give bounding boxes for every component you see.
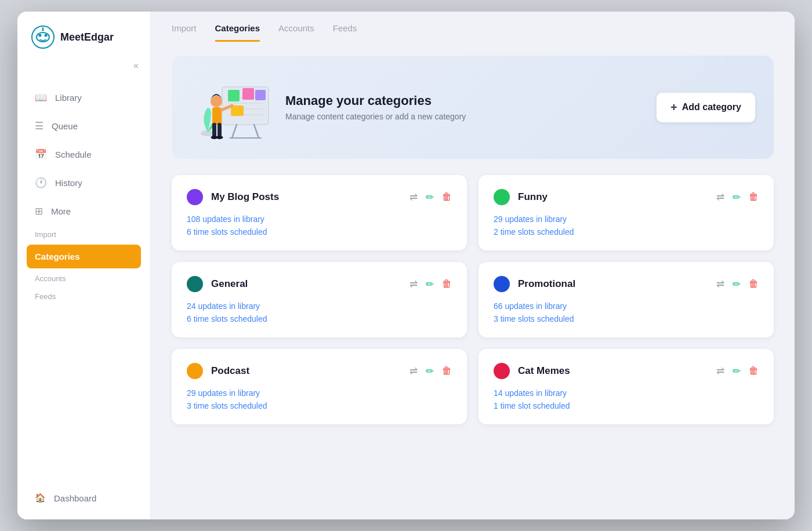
logo-text: MeetEdgar [60, 31, 114, 43]
categories-grid: My Blog Posts ⇌ ✏ 🗑 108 updates in libra… [172, 175, 774, 424]
delete-icon[interactable]: 🗑 [442, 191, 452, 203]
updates-stat[interactable]: 29 updates in library [494, 214, 759, 224]
updates-stat[interactable]: 29 updates in library [187, 388, 452, 398]
category-card-header: Cat Memes ⇌ ✏ 🗑 [494, 363, 759, 379]
svg-rect-23 [212, 123, 216, 137]
edit-icon[interactable]: ✏ [426, 365, 434, 377]
category-color-dot [494, 276, 510, 292]
svg-line-18 [232, 125, 237, 138]
updates-stat[interactable]: 66 updates in library [494, 301, 759, 311]
category-stats: 14 updates in library 1 time slot schedu… [494, 388, 759, 410]
shuffle-icon[interactable]: ⇌ [409, 365, 418, 377]
delete-icon[interactable]: 🗑 [749, 365, 759, 377]
svg-rect-17 [231, 106, 244, 116]
top-tabs: Import Categories Accounts Feeds [151, 12, 795, 42]
svg-point-3 [45, 34, 48, 37]
category-name: My Blog Posts [211, 191, 279, 203]
category-card-my-blog-posts: My Blog Posts ⇌ ✏ 🗑 108 updates in libra… [172, 175, 467, 250]
category-color-dot [494, 363, 510, 379]
hero-text: Manage your categories Manage content ca… [285, 93, 643, 121]
sidebar: MeetEdgar « 📖 Library ☰ Queue 📅 Schedule… [17, 12, 151, 519]
meetedgar-logo-icon [31, 26, 55, 49]
category-name: Promotional [518, 278, 575, 290]
shuffle-icon[interactable]: ⇌ [716, 278, 724, 290]
shuffle-icon[interactable]: ⇌ [409, 278, 418, 290]
category-card-funny: Funny ⇌ ✏ 🗑 29 updates in library 2 time… [478, 175, 774, 250]
delete-icon[interactable]: 🗑 [442, 278, 452, 290]
category-actions: ⇌ ✏ 🗑 [409, 191, 452, 203]
sidebar-logo: MeetEdgar [17, 12, 150, 60]
sidebar-item-import[interactable]: Import [27, 227, 141, 242]
delete-icon[interactable]: 🗑 [749, 191, 759, 203]
sidebar-item-queue[interactable]: ☰ Queue [27, 113, 141, 139]
shuffle-icon[interactable]: ⇌ [716, 365, 724, 377]
slots-stat[interactable]: 2 time slots scheduled [494, 227, 759, 237]
history-icon: 🕐 [35, 177, 47, 189]
library-icon: 📖 [35, 92, 47, 104]
delete-icon[interactable]: 🗑 [749, 278, 759, 290]
category-stats: 108 updates in library 6 time slots sche… [187, 214, 452, 237]
hero-banner: Manage your categories Manage content ca… [172, 56, 774, 159]
svg-point-2 [39, 34, 42, 37]
sidebar-item-accounts[interactable]: Accounts [27, 271, 141, 286]
edit-icon[interactable]: ✏ [733, 191, 741, 203]
main-content: Import Categories Accounts Feeds [151, 12, 795, 519]
category-name: General [211, 278, 248, 290]
category-actions: ⇌ ✏ 🗑 [409, 365, 452, 377]
shuffle-icon[interactable]: ⇌ [716, 191, 724, 203]
sidebar-item-more[interactable]: ⊞ More [27, 198, 141, 224]
sidebar-item-dashboard[interactable]: 🏠 Dashboard [27, 486, 141, 510]
svg-line-7 [43, 28, 44, 29]
svg-rect-24 [217, 123, 222, 137]
svg-point-21 [211, 96, 222, 107]
tab-categories[interactable]: Categories [215, 23, 260, 42]
tab-accounts[interactable]: Accounts [278, 23, 314, 42]
hero-subtitle: Manage content categories or add a new c… [285, 112, 643, 121]
edit-icon[interactable]: ✏ [426, 191, 434, 203]
category-stats: 66 updates in library 3 time slots sched… [494, 301, 759, 323]
edit-icon[interactable]: ✏ [733, 365, 741, 377]
schedule-icon: 📅 [35, 148, 47, 161]
category-card-header: Funny ⇌ ✏ 🗑 [494, 189, 759, 205]
slots-stat[interactable]: 6 time slots scheduled [187, 227, 452, 237]
updates-stat[interactable]: 14 updates in library [494, 388, 759, 398]
category-stats: 29 updates in library 2 time slots sched… [494, 214, 759, 237]
category-card-general: General ⇌ ✏ 🗑 24 updates in library 6 ti… [172, 262, 467, 337]
sidebar-item-schedule[interactable]: 📅 Schedule [27, 141, 141, 168]
svg-line-19 [254, 125, 259, 138]
category-stats: 24 updates in library 6 time slots sched… [187, 301, 452, 323]
category-card-header: Promotional ⇌ ✏ 🗑 [494, 276, 759, 292]
tab-import[interactable]: Import [172, 23, 197, 42]
category-card-cat-memes: Cat Memes ⇌ ✏ 🗑 14 updates in library 1 … [478, 349, 774, 424]
tab-feeds[interactable]: Feeds [333, 23, 357, 42]
svg-rect-15 [242, 88, 254, 100]
delete-icon[interactable]: 🗑 [442, 365, 452, 377]
edit-icon[interactable]: ✏ [733, 278, 741, 290]
sidebar-item-library[interactable]: 📖 Library [27, 85, 141, 111]
shuffle-icon[interactable]: ⇌ [409, 191, 418, 203]
category-name-row: General [187, 276, 248, 292]
updates-stat[interactable]: 108 updates in library [187, 214, 452, 224]
slots-stat[interactable]: 1 time slot scheduled [494, 401, 759, 410]
add-category-button[interactable]: + Add category [657, 93, 755, 122]
category-actions: ⇌ ✏ 🗑 [716, 365, 759, 377]
slots-stat[interactable]: 6 time slots scheduled [187, 314, 452, 323]
category-card-header: Podcast ⇌ ✏ 🗑 [187, 363, 452, 379]
category-name-row: My Blog Posts [187, 189, 279, 205]
slots-stat[interactable]: 3 time slots scheduled [187, 401, 452, 410]
sidebar-item-history[interactable]: 🕐 History [27, 170, 141, 196]
svg-rect-16 [255, 90, 266, 100]
category-card-header: My Blog Posts ⇌ ✏ 🗑 [187, 189, 452, 205]
edit-icon[interactable]: ✏ [426, 278, 434, 290]
sidebar-item-feeds[interactable]: Feeds [27, 289, 141, 304]
page-content: Manage your categories Manage content ca… [151, 42, 795, 519]
category-actions: ⇌ ✏ 🗑 [716, 278, 759, 290]
sidebar-item-categories[interactable]: Categories [27, 245, 141, 268]
svg-point-26 [216, 136, 223, 139]
updates-stat[interactable]: 24 updates in library [187, 301, 452, 311]
plus-icon: + [670, 101, 677, 114]
category-color-dot [187, 363, 203, 379]
slots-stat[interactable]: 3 time slots scheduled [494, 314, 759, 323]
collapse-button[interactable]: « [133, 60, 139, 71]
more-icon: ⊞ [35, 205, 43, 217]
